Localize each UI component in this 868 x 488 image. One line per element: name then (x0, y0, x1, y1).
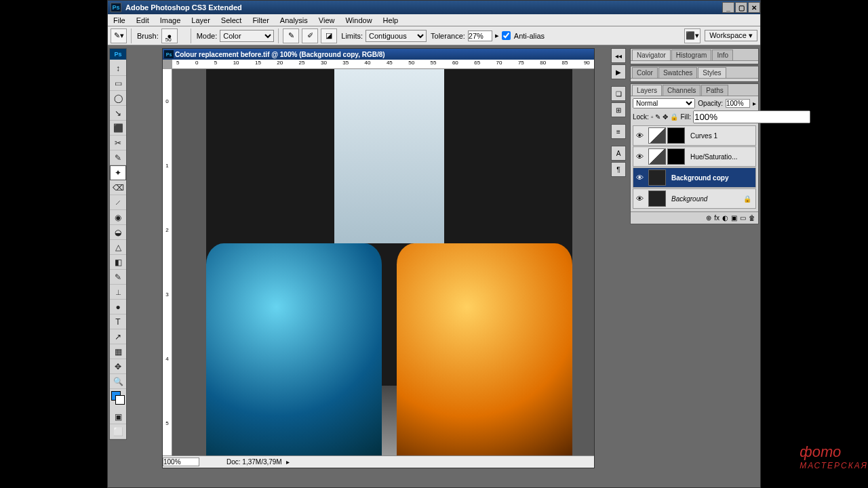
tab-paths[interactable]: Paths (701, 85, 728, 96)
shape-tool[interactable]: T (110, 314, 126, 329)
quick-select-tool[interactable]: ↘ (110, 106, 126, 121)
collapsed-dock: ◂◂ ▶ ❏ ⊞ ≡ A ¶ (611, 48, 627, 177)
crop-tool[interactable]: ⬛ (110, 121, 126, 136)
tolerance-input[interactable] (468, 30, 492, 41)
path-tool[interactable]: ● (110, 300, 126, 314)
lock-all-icon[interactable]: 🔒 (670, 113, 678, 121)
layer-row[interactable]: 👁 Background copy (633, 167, 756, 188)
eraser-tool[interactable]: ◉ (110, 210, 126, 225)
background-color[interactable] (115, 395, 125, 405)
opacity-input[interactable] (726, 99, 750, 108)
hand-tool[interactable]: ✥ (110, 359, 126, 374)
menu-view[interactable]: View (313, 16, 340, 24)
dock-character-icon[interactable]: A (611, 146, 626, 161)
go-bridge-icon[interactable]: ⬛▾ (684, 28, 701, 43)
color-swatches[interactable] (110, 389, 126, 409)
sampling-swatch-icon[interactable]: ◪ (321, 28, 337, 43)
blend-mode-select[interactable]: Normal (633, 98, 695, 108)
new-layer-icon[interactable]: ▭ (740, 214, 746, 222)
limits-select[interactable]: Contiguous (366, 30, 427, 42)
tab-swatches[interactable]: Swatches (658, 67, 697, 78)
notes-tool[interactable]: ↗ (110, 329, 126, 344)
tolerance-arrow-icon[interactable]: ▸ (495, 31, 499, 40)
fx-icon[interactable]: fx (714, 214, 719, 222)
menu-help[interactable]: Help (378, 16, 404, 24)
tab-info[interactable]: Info (712, 49, 733, 60)
layer-name[interactable]: Curves 1 (688, 132, 717, 140)
opacity-arrow-icon[interactable]: ▸ (753, 100, 756, 107)
sampling-once-icon[interactable]: ✐ (302, 28, 318, 43)
quickmask-icon[interactable]: ▣ (110, 409, 126, 424)
pen-tool[interactable]: ✎ (110, 270, 126, 285)
zoom-tool[interactable]: 🔍 (110, 374, 126, 389)
blur-tool[interactable]: △ (110, 240, 126, 255)
visibility-icon[interactable]: 👁 (633, 174, 646, 182)
menu-analysis[interactable]: Analysis (275, 16, 313, 24)
move-tool[interactable]: ↕ (110, 61, 126, 76)
tab-layers[interactable]: Layers (632, 85, 662, 96)
tab-color[interactable]: Color (632, 67, 658, 78)
menu-layer[interactable]: Layer (186, 16, 216, 24)
tab-channels[interactable]: Channels (663, 85, 701, 96)
dock-clone-icon[interactable]: ⊞ (611, 102, 626, 117)
minimize-button[interactable]: _ (722, 2, 734, 13)
marquee-tool[interactable]: ▭ (110, 76, 126, 91)
tab-navigator[interactable]: Navigator (632, 49, 671, 60)
fill-arrow-icon[interactable]: ▸ (812, 113, 816, 121)
tab-styles[interactable]: Styles (698, 67, 726, 78)
healing-tool[interactable]: ✎ (110, 150, 126, 165)
layer-name[interactable]: Hue/Saturatio... (688, 153, 737, 161)
layer-thumb (648, 169, 666, 186)
dock-brushes-icon[interactable]: ❏ (611, 86, 626, 101)
dock-paragraph-icon[interactable]: ¶ (611, 162, 626, 177)
document-titlebar[interactable]: Ps Colour replacement before.tif @ 100% … (163, 49, 594, 60)
dock-tools-icon[interactable]: ≡ (611, 124, 626, 139)
dock-expand-icon[interactable]: ◂◂ (611, 48, 626, 63)
layer-name[interactable]: Background copy (669, 174, 728, 182)
menu-image[interactable]: Image (155, 16, 186, 24)
dodge-tool[interactable]: ◧ (110, 255, 126, 270)
lock-pixels-icon[interactable]: ✎ (655, 113, 660, 121)
menu-file[interactable]: File (108, 16, 131, 24)
brush-tool[interactable]: ✦ (110, 165, 126, 180)
layer-row[interactable]: 👁 Background 🔒 (633, 188, 756, 209)
lock-trans-icon[interactable]: ▫ (651, 113, 654, 121)
mask-icon[interactable]: ◐ (722, 214, 728, 222)
type-tool[interactable]: ⟂ (110, 285, 126, 300)
dock-actions-icon[interactable]: ▶ (611, 64, 626, 79)
adjustment-icon[interactable]: ▣ (731, 214, 737, 222)
menu-select[interactable]: Select (216, 16, 248, 24)
doc-info-arrow-icon[interactable]: ▸ (286, 458, 290, 466)
workspace-button[interactable]: Workspace ▾ (705, 30, 757, 41)
tool-preset-button[interactable]: ✎▾ (111, 28, 127, 43)
sampling-continuous-icon[interactable]: ✎ (283, 28, 299, 43)
menu-filter[interactable]: Filter (247, 16, 274, 24)
link-layers-icon[interactable]: ⊕ (706, 214, 711, 222)
gradient-tool[interactable]: ◒ (110, 225, 126, 240)
tab-histogram[interactable]: Histogram (671, 49, 712, 60)
lasso-tool[interactable]: ◯ (110, 91, 126, 106)
close-button[interactable]: ✕ (748, 2, 760, 13)
layer-row[interactable]: 👁 Curves 1 (633, 125, 756, 146)
fill-input[interactable] (693, 110, 810, 123)
visibility-icon[interactable]: 👁 (633, 195, 646, 203)
eyedropper-tool[interactable]: ▦ (110, 344, 126, 359)
lock-position-icon[interactable]: ✥ (663, 113, 668, 121)
visibility-icon[interactable]: 👁 (633, 152, 646, 161)
menu-edit[interactable]: Edit (131, 16, 155, 24)
mode-label: Mode: (197, 32, 218, 40)
mode-select[interactable]: Color (220, 30, 274, 42)
antialias-checkbox[interactable] (502, 31, 511, 40)
menu-window[interactable]: Window (340, 16, 377, 24)
slice-tool[interactable]: ✂ (110, 136, 126, 150)
layer-row[interactable]: 👁 Hue/Saturatio... (633, 146, 756, 167)
layer-name[interactable]: Background (669, 195, 707, 203)
zoom-input[interactable] (163, 458, 199, 466)
trash-icon[interactable]: 🗑 (749, 214, 755, 222)
screenmode-icon[interactable]: ⬜ (110, 424, 126, 439)
stamp-tool[interactable]: ⌫ (110, 180, 126, 195)
history-brush-tool[interactable]: ⟋ (110, 195, 126, 210)
canvas[interactable] (172, 69, 594, 455)
maximize-button[interactable]: ▢ (735, 2, 747, 13)
visibility-icon[interactable]: 👁 (633, 131, 646, 140)
